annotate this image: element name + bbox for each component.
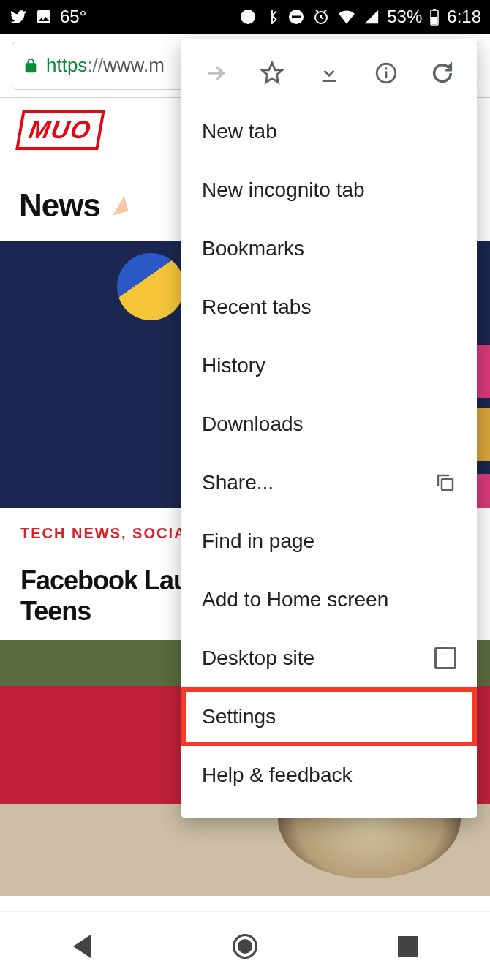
- lock-icon: [23, 58, 39, 74]
- section-arrow-icon: [108, 196, 128, 216]
- nav-home-button[interactable]: [216, 924, 274, 968]
- download-button[interactable]: [307, 51, 351, 95]
- nav-back-button[interactable]: [53, 924, 111, 968]
- svg-rect-5: [433, 9, 436, 10]
- menu-label: Add to Home screen: [202, 588, 388, 611]
- menu-item-new-tab[interactable]: New tab: [181, 102, 477, 161]
- status-bar: 65° 53% 6:: [0, 0, 490, 34]
- menu-label: Recent tabs: [202, 295, 311, 319]
- menu-label: Find in page: [202, 529, 314, 553]
- menu-item-downloads[interactable]: Downloads: [181, 395, 477, 453]
- section-title: News: [19, 187, 100, 224]
- menu-label: Bookmarks: [202, 237, 304, 260]
- url-text: https://www.m: [46, 54, 165, 77]
- data-saver-icon: [239, 8, 257, 26]
- menu-item-share[interactable]: Share...: [181, 453, 477, 512]
- menu-label: New tab: [202, 120, 277, 143]
- menu-label: Share...: [202, 471, 274, 494]
- desktop-site-checkbox[interactable]: [434, 647, 456, 669]
- menu-item-history[interactable]: History: [181, 336, 477, 395]
- svg-rect-2: [292, 16, 301, 18]
- menu-item-desktop-site[interactable]: Desktop site: [181, 629, 477, 687]
- nav-recent-button[interactable]: [379, 924, 437, 968]
- do-not-disturb-icon: [287, 8, 305, 26]
- menu-label: Help & feedback: [202, 764, 352, 787]
- url-scheme: https: [46, 54, 87, 76]
- menu-label: Desktop site: [202, 647, 314, 670]
- cell-signal-icon: [363, 9, 380, 25]
- wifi-icon: [337, 7, 356, 26]
- site-logo[interactable]: MUO: [15, 110, 105, 150]
- menu-item-help-feedback[interactable]: Help & feedback: [181, 746, 477, 804]
- menu-label: Downloads: [202, 412, 304, 436]
- copy-icon: [434, 472, 456, 494]
- menu-item-new-incognito[interactable]: New incognito tab: [181, 161, 477, 219]
- clock: 6:18: [447, 7, 481, 27]
- temperature-badge: 65°: [60, 7, 86, 27]
- battery-icon: [429, 8, 440, 26]
- temperature-value: 65°: [60, 7, 86, 27]
- menu-item-recent-tabs[interactable]: Recent tabs: [181, 278, 477, 336]
- url-separator: ://: [87, 54, 103, 76]
- menu-item-bookmarks[interactable]: Bookmarks: [181, 219, 477, 278]
- system-nav-bar: [0, 911, 490, 980]
- battery-percent: 53%: [387, 7, 422, 27]
- reload-button[interactable]: [421, 51, 464, 95]
- alarm-icon: [312, 8, 330, 26]
- menu-label: History: [202, 354, 265, 377]
- overflow-menu: New tab New incognito tab Bookmarks Rece…: [181, 39, 477, 818]
- menu-item-settings[interactable]: Settings: [181, 687, 477, 746]
- twitter-icon: [9, 7, 28, 26]
- menu-label: New incognito tab: [202, 178, 365, 202]
- image-icon: [35, 8, 53, 26]
- bluetooth-icon: [264, 9, 280, 25]
- menu-icon-row: [181, 44, 477, 102]
- svg-rect-8: [442, 479, 453, 490]
- page-info-button[interactable]: [364, 51, 408, 95]
- menu-item-add-to-home[interactable]: Add to Home screen: [181, 570, 477, 629]
- menu-item-find-in-page[interactable]: Find in page: [181, 512, 477, 570]
- svg-rect-6: [431, 17, 437, 24]
- url-rest: www.m: [103, 54, 165, 76]
- forward-button[interactable]: [194, 51, 238, 95]
- menu-label: Settings: [202, 705, 276, 728]
- bookmark-button[interactable]: [250, 51, 294, 95]
